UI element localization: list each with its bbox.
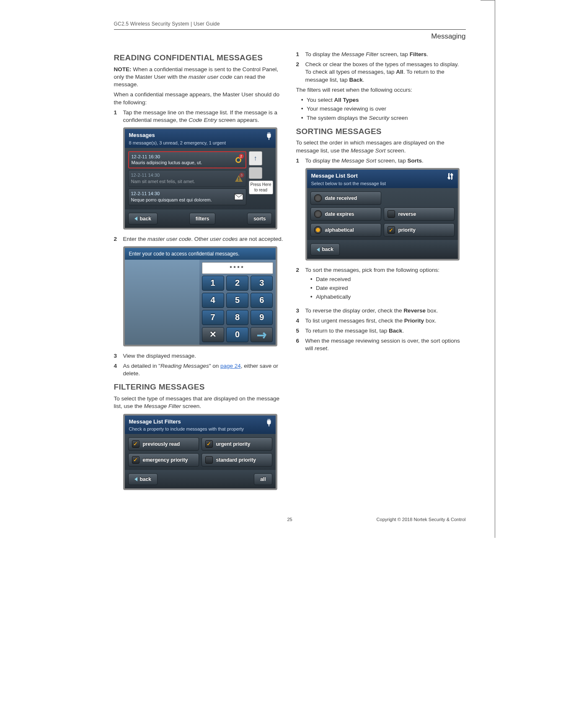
all-button[interactable]: all	[254, 473, 272, 485]
checkbox-icon	[388, 210, 395, 218]
right-column: 1 To display the Message Filter screen, …	[296, 48, 466, 496]
sort-opt-expired: Date expired	[310, 284, 466, 292]
section-name: Messaging	[114, 32, 466, 41]
note-label: NOTE:	[114, 66, 132, 72]
sort-step-5: 5 To return to the message list, tap Bac…	[296, 327, 466, 335]
sort-priority[interactable]: priority	[384, 223, 455, 237]
sort-step-2: 2 To sort the messages, pick from the fo…	[296, 266, 466, 305]
filter-step-1: 1 To display the Message Filter screen, …	[296, 51, 466, 58]
filters-button[interactable]: filters	[189, 213, 216, 225]
key-1[interactable]: 1	[202, 276, 224, 291]
back-button[interactable]: back	[128, 213, 158, 225]
filters-header: Message List Filters Check a property to…	[125, 416, 276, 434]
filter-prev-read[interactable]: previously read	[128, 437, 199, 451]
badge-count: 2	[239, 154, 244, 159]
header-rule	[114, 29, 466, 30]
messages-title: Messages	[129, 132, 226, 139]
sort-subtitle: Select below to sort the message list	[311, 181, 386, 187]
running-header: GC2.5 Wireless Security System | User Gu…	[114, 21, 466, 27]
key-cancel[interactable]: ✕	[202, 327, 224, 342]
key-8[interactable]: 8	[226, 310, 248, 325]
svg-point-1	[237, 158, 240, 162]
filters-screen: Message List Filters Check a property to…	[123, 414, 277, 490]
checkbox-icon	[132, 456, 140, 464]
filter-emergency[interactable]: emergency priority	[128, 453, 199, 467]
filter-urgent[interactable]: urgent priority	[202, 437, 272, 451]
sort-intro: To select the order in which messages ar…	[296, 139, 466, 154]
reset-bullet-3: The system displays the Security screen	[301, 114, 466, 122]
back-button[interactable]: back	[128, 473, 158, 485]
reset-intro: The filters will reset when the followin…	[296, 86, 466, 94]
radio-icon	[314, 194, 322, 202]
step-3: 3 View the displayed message.	[114, 352, 284, 360]
messages-screen: Messages 8 message(s), 3 unread, 2 emerg…	[123, 127, 277, 230]
message-row-1[interactable]: 12-2-11 16:30 Mauris adipiscing luctus a…	[128, 151, 246, 169]
key-4[interactable]: 4	[202, 293, 224, 308]
page-link[interactable]: page 24	[220, 363, 241, 369]
filter-standard[interactable]: standard priority	[202, 453, 272, 467]
sorts-button[interactable]: sorts	[247, 213, 272, 225]
key-6[interactable]: 6	[251, 293, 273, 308]
power-plug-icon	[266, 419, 272, 426]
key-ok[interactable]	[251, 327, 273, 342]
heading-sorting: SORTING MESSAGES	[296, 126, 466, 137]
key-5[interactable]: 5	[226, 293, 248, 308]
sort-alphabetical[interactable]: alphabetical	[310, 223, 381, 237]
checkbox-icon	[388, 226, 395, 234]
scroll-up-indicator[interactable]: ↑	[249, 151, 262, 165]
key-9[interactable]: 9	[251, 310, 273, 325]
sort-header: Message List Sort Select below to sort t…	[307, 170, 458, 188]
code-entry-header: Enter your code to access confidential m…	[125, 248, 276, 260]
sort-step-1: 1 To display the Message Sort screen, ta…	[296, 157, 466, 165]
heading-filtering: FILTERING MESSAGES	[114, 382, 284, 392]
radio-icon	[314, 226, 322, 234]
svg-rect-3	[238, 180, 239, 181]
note-paragraph: NOTE: When a confidential message is sen…	[114, 66, 284, 89]
badge-count: 3	[239, 173, 244, 178]
checkbox-icon	[205, 456, 213, 464]
code-entry-screen: Enter your code to access confidential m…	[123, 246, 277, 346]
key-0[interactable]: 0	[226, 327, 248, 342]
left-column: READING CONFIDENTIAL MESSAGES NOTE: When…	[114, 48, 284, 496]
key-3[interactable]: 3	[251, 276, 273, 291]
key-7[interactable]: 7	[202, 310, 224, 325]
page-number: 25	[287, 517, 292, 522]
heading-reading-confidential: READING CONFIDENTIAL MESSAGES	[114, 52, 284, 63]
sort-step-6: 6 When the message reviewing session is …	[296, 337, 466, 352]
radio-icon	[314, 210, 322, 218]
sort-reverse[interactable]: reverse	[384, 207, 455, 221]
message-row-3[interactable]: 12-2-11 14:30 Neque porro quisquam est q…	[128, 188, 246, 205]
press-here-hint: Press Here to read	[249, 181, 273, 194]
filters-subtitle: Check a property to include messages wit…	[129, 426, 244, 432]
filter-step-2: 2 Check or clear the boxes of the types …	[296, 61, 466, 84]
filter-intro: To select the type of messages that are …	[114, 395, 284, 410]
key-2[interactable]: 2	[226, 276, 248, 291]
sort-title: Message List Sort	[311, 172, 386, 180]
messages-subtitle: 8 message(s), 3 unread, 2 emergency, 1 u…	[129, 140, 226, 146]
checkbox-icon	[132, 440, 140, 448]
sort-date-received[interactable]: date received	[310, 191, 381, 205]
code-display: ****	[202, 262, 273, 274]
power-plug-icon	[266, 132, 272, 140]
back-button[interactable]: back	[310, 243, 340, 255]
scroll-spacer	[249, 167, 262, 179]
keypad: 1 2 3 4 5 6 7 8 9 ✕ 0	[202, 276, 273, 342]
sort-opt-alpha: Alphabetically	[310, 293, 466, 301]
sort-screen: Message List Sort Select below to sort t…	[305, 168, 460, 261]
sort-step-4: 4 To list urgent messages first, check t…	[296, 317, 466, 325]
messages-screen-header: Messages 8 message(s), 3 unread, 2 emerg…	[125, 129, 276, 147]
code-entry-spacer	[125, 260, 199, 345]
page-crop-mark	[495, 0, 495, 538]
reset-bullet-2: Your message reviewing is over	[301, 105, 466, 113]
step-4: 4 As detailed in "Reading Messages" on p…	[114, 362, 284, 377]
reset-bullet-1: You select All Types	[301, 96, 466, 104]
intro-paragraph: When a confidential message appears, the…	[114, 91, 284, 106]
svg-rect-2	[238, 177, 239, 180]
filters-title: Message List Filters	[129, 418, 244, 426]
sort-date-expires[interactable]: date expires	[310, 207, 381, 221]
copyright: Copyright © 2018 Nortek Security & Contr…	[377, 517, 466, 522]
message-row-2[interactable]: 12-2-11 14:30 Nam sit amet est felis, si…	[128, 170, 246, 187]
envelope-icon	[234, 193, 243, 201]
step-2: 2 Enter the master user code. Other user…	[114, 235, 284, 243]
step-1: 1 Tap the message line on the message li…	[114, 109, 284, 124]
